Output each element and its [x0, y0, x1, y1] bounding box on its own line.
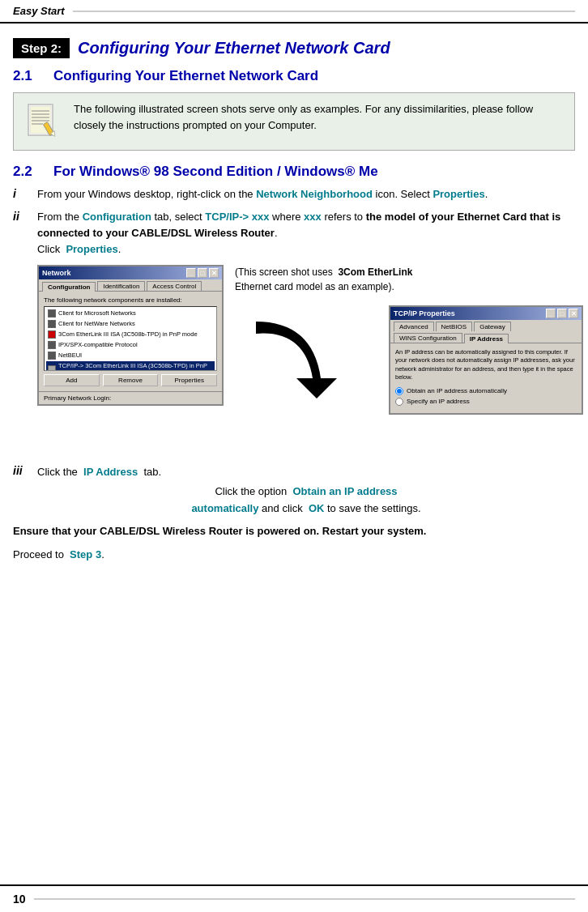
- tcpip-description: An IP address can be automatically assig…: [395, 348, 577, 382]
- network-dialog-tabs: Configuration Identification Access Cont…: [39, 279, 222, 292]
- list-item: 3Com EtherLink III ISA (3C508b-TPD) in P…: [46, 330, 215, 339]
- list-item-text: IPX/SPX-compatible Protocol: [58, 341, 138, 348]
- tcpip-maximize[interactable]: □: [557, 309, 567, 318]
- note-box: The following illustrated screen shots s…: [13, 92, 575, 151]
- list-item-text: Client for NetWare Networks: [58, 320, 135, 327]
- network-dialog-body: The following network components are ins…: [39, 292, 222, 391]
- radio-specify-input[interactable]: [395, 398, 403, 406]
- section-21-heading: 2.1 Configuring Your Ethernet Network Ca…: [13, 68, 575, 84]
- tcpip-tabs: Advanced NetBIOS Gateway WINS Configurat…: [390, 320, 582, 343]
- arrow-graphic: [248, 313, 353, 405]
- ip-address-highlight: IP Address: [83, 466, 138, 478]
- list-label: The following network components are ins…: [44, 296, 217, 304]
- para-iii-wrapper: iii Click the IP Address tab.: [13, 464, 575, 480]
- section-21-title: Configuring Your Ethernet Network Card: [53, 68, 318, 84]
- radio-obtain-auto[interactable]: Obtain an IP address automatically: [395, 387, 577, 395]
- tab-advanced[interactable]: Advanced: [394, 322, 434, 331]
- remove-button[interactable]: Remove: [103, 374, 159, 386]
- document-icon: [23, 101, 62, 140]
- para-i-text: From your Windows desktop, right-click o…: [37, 186, 575, 202]
- tcpip-minimize[interactable]: _: [546, 309, 556, 318]
- section-21-num: 2.1: [13, 68, 53, 84]
- tab-access-control[interactable]: Access Control: [147, 281, 202, 291]
- 3com-highlight: 3Com EtherLink: [338, 266, 412, 278]
- item-icon: [48, 341, 56, 349]
- network-dialog: Network _ □ ✕ Configuration Identificati…: [37, 265, 224, 406]
- right-area: (This screen shot uses 3Com EtherLinkEth…: [224, 265, 575, 459]
- tab-wins[interactable]: WINS Configuration: [394, 333, 462, 343]
- list-item: NetBEUI: [46, 351, 215, 360]
- note-icon: [23, 101, 64, 142]
- tcpip-dialog: TCP/IP Properties _ □ ✕ Advanced NetBIOS…: [389, 305, 583, 415]
- item-icon: [48, 330, 56, 339]
- obtain-ip-highlight: Obtain an IP addressautomatically: [191, 485, 397, 514]
- step-title: Configuring Your Ethernet Network Card: [78, 39, 390, 58]
- tab-identification[interactable]: Identification: [97, 281, 145, 291]
- properties-highlight-ii: Properties: [66, 243, 117, 255]
- properties-highlight-i: Properties: [432, 188, 484, 200]
- step-badge: Step 2:: [13, 38, 70, 58]
- item-icon-selected: [48, 365, 56, 371]
- section-22-num: 2.2: [13, 164, 53, 180]
- titlebar-buttons: _ □ ✕: [186, 268, 219, 278]
- radio-obtain-auto-label: Obtain an IP address automatically: [407, 387, 507, 394]
- arrow-svg: [248, 313, 353, 403]
- radio-specify[interactable]: Specify an IP address: [395, 398, 577, 406]
- ensure-bold: Ensure that your CABLE/DSL Wireless Rout…: [13, 525, 426, 537]
- header-divider: [73, 11, 575, 12]
- tcpip-title: TCP/IP Properties: [394, 309, 455, 317]
- step-banner: Step 2: Configuring Your Ethernet Networ…: [13, 38, 575, 58]
- add-button[interactable]: Add: [44, 374, 100, 386]
- network-footer: Primary Network Login:: [39, 391, 222, 404]
- item-icon: [48, 309, 56, 317]
- network-neighborhood-highlight: Network Neighborhood: [256, 188, 373, 200]
- tcpip-titlebar: TCP/IP Properties _ □ ✕: [390, 307, 582, 320]
- list-item-text-selected: TCP/IP-> 3Com EtherLink III ISA (3C508b-…: [58, 362, 213, 371]
- configuration-highlight: Configuration: [83, 211, 151, 223]
- para-ii: ii From the Configuration tab, select TC…: [13, 209, 575, 258]
- page-number: 10: [13, 893, 26, 906]
- step3-highlight: Step 3: [70, 548, 101, 560]
- tcpip-close[interactable]: ✕: [569, 309, 578, 318]
- list-item-text: 3Com EtherLink III ISA (3C508b-TPD) in P…: [58, 330, 198, 338]
- side-note: (This screen shot uses 3Com EtherLinkEth…: [235, 265, 575, 294]
- screenshots-wrapper: Network _ □ ✕ Configuration Identificati…: [37, 265, 575, 459]
- ok-highlight: OK: [309, 502, 325, 514]
- para-iii-sub: Click the option Obtain an IP addressaut…: [37, 484, 575, 518]
- page-header: Easy Start: [0, 0, 588, 23]
- section-22-title: For Windows® 98 Second Edition / Windows…: [53, 164, 378, 180]
- maximize-button[interactable]: □: [198, 268, 207, 278]
- network-components-list[interactable]: Client for Microsoft Networks Client for…: [44, 306, 217, 371]
- para-i-label: i: [13, 186, 37, 200]
- tab-gateway[interactable]: Gateway: [474, 322, 511, 331]
- para-iii-row: iii Click the IP Address tab.: [13, 464, 575, 480]
- minimize-button[interactable]: _: [186, 268, 196, 278]
- radio-specify-label: Specify an IP address: [407, 398, 470, 405]
- proceed-text: Proceed to Step 3.: [13, 547, 575, 564]
- radio-obtain-auto-input[interactable]: [395, 387, 403, 395]
- network-dialog-title: Network: [42, 269, 71, 277]
- properties-button[interactable]: Properties: [161, 374, 217, 386]
- list-item-text: Client for Microsoft Networks: [58, 309, 136, 317]
- item-icon: [48, 352, 56, 360]
- list-item: IPX/SPX-compatible Protocol: [46, 340, 215, 350]
- tcpip-body: An IP address can be automatically assig…: [390, 343, 582, 413]
- para-ii-label: ii: [13, 209, 37, 223]
- network-dialog-titlebar: Network _ □ ✕: [39, 266, 222, 279]
- para-iii-label: iii: [13, 464, 37, 477]
- tab-netbios[interactable]: NetBIOS: [436, 322, 473, 331]
- header-title: Easy Start: [13, 5, 65, 17]
- close-button[interactable]: ✕: [209, 268, 219, 278]
- para-iii-text: Click the IP Address tab.: [37, 464, 575, 480]
- tcpip-xxx-highlight: TCP/IP-> xxx: [205, 211, 269, 223]
- page-footer: 10: [0, 884, 588, 912]
- tab-ipaddress[interactable]: IP Address: [464, 334, 509, 343]
- ensure-text: Ensure that your CABLE/DSL Wireless Rout…: [13, 523, 575, 540]
- section-22-heading: 2.2 For Windows® 98 Second Edition / Win…: [13, 164, 575, 180]
- list-item-text: NetBEUI: [58, 352, 82, 359]
- tab-configuration[interactable]: Configuration: [42, 282, 96, 292]
- footer-divider: [34, 898, 575, 900]
- list-item: Client for NetWare Networks: [46, 319, 215, 329]
- xxx-highlight: xxx: [304, 211, 322, 223]
- network-actions: Add Remove Properties: [44, 374, 217, 386]
